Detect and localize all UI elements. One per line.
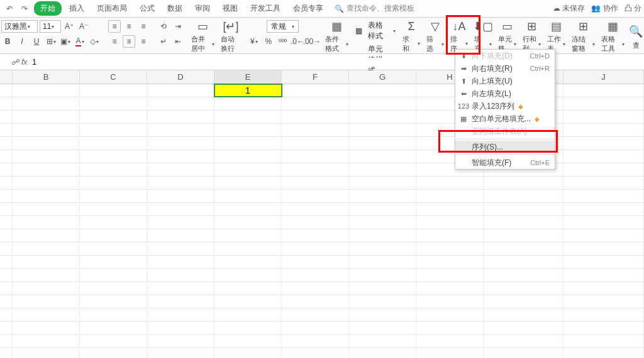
cell[interactable] — [564, 84, 644, 97]
cell[interactable] — [13, 269, 80, 281]
fill-menu-item[interactable]: 智能填充(F)Ctrl+E — [455, 156, 555, 169]
cell[interactable] — [214, 124, 282, 136]
cell[interactable] — [214, 137, 282, 149]
cell[interactable] — [564, 97, 644, 110]
cell[interactable] — [564, 203, 644, 215]
cell[interactable] — [13, 335, 80, 347]
currency-icon[interactable]: ¥▾ — [248, 35, 260, 48]
cell[interactable] — [282, 111, 349, 123]
tab-start[interactable]: 开始 — [34, 1, 62, 16]
find-button[interactable]: 🔍 查 — [628, 20, 644, 53]
col-header-C[interactable]: C — [80, 70, 147, 84]
cell[interactable] — [0, 124, 13, 136]
cell[interactable] — [13, 322, 80, 334]
cell[interactable] — [147, 308, 214, 321]
cell[interactable] — [13, 137, 80, 149]
cell[interactable] — [214, 322, 282, 334]
cell[interactable] — [214, 269, 282, 281]
col-header-G[interactable]: G — [349, 70, 416, 84]
cell[interactable] — [484, 203, 564, 215]
cell[interactable] — [0, 269, 13, 281]
cell[interactable] — [13, 176, 80, 189]
cell[interactable] — [0, 282, 13, 295]
cell[interactable] — [564, 229, 644, 242]
cell[interactable] — [214, 190, 282, 202]
decrease-decimal-icon[interactable]: .0← — [291, 35, 304, 48]
cell[interactable] — [214, 242, 282, 255]
wrap-text-icon[interactable]: ↵ — [157, 35, 170, 48]
font-size-combo[interactable]: 11▾ — [40, 20, 61, 33]
cell[interactable] — [13, 190, 80, 202]
cell[interactable] — [484, 176, 564, 189]
percent-icon[interactable]: % — [262, 35, 275, 48]
merge-center-button[interactable]: ▭ 合并居中▾ — [188, 20, 218, 53]
cell[interactable] — [80, 111, 147, 123]
number-format-combo[interactable]: 常规▾ — [267, 20, 299, 33]
increase-indent-icon[interactable]: ⇥ — [172, 20, 184, 33]
cell[interactable]: 1 — [214, 84, 282, 97]
cell[interactable] — [0, 84, 13, 97]
cell[interactable] — [147, 124, 214, 136]
cell[interactable] — [416, 269, 484, 281]
auto-wrap-button[interactable]: [↵] 自动换行 — [218, 20, 244, 53]
cell[interactable] — [564, 111, 644, 123]
cell[interactable] — [564, 163, 644, 176]
cell[interactable] — [416, 190, 484, 202]
cell[interactable] — [564, 269, 644, 281]
cell[interactable] — [349, 190, 416, 202]
cell[interactable] — [13, 216, 80, 229]
cell[interactable] — [0, 163, 13, 176]
cell[interactable] — [0, 97, 13, 110]
tab-layout[interactable]: 页面布局 — [92, 1, 132, 16]
undo-icon[interactable]: ↶ — [3, 2, 16, 16]
cell[interactable] — [147, 216, 214, 229]
cell[interactable] — [484, 216, 564, 229]
cell[interactable] — [147, 84, 214, 97]
cell[interactable] — [416, 176, 484, 189]
cell[interactable] — [349, 229, 416, 242]
cell[interactable] — [416, 203, 484, 215]
cell[interactable] — [13, 242, 80, 255]
col-header-B[interactable]: B — [13, 70, 80, 84]
cell[interactable] — [80, 295, 147, 308]
cell[interactable] — [214, 111, 282, 123]
cell[interactable] — [13, 308, 80, 321]
cell[interactable] — [564, 335, 644, 347]
cell[interactable] — [147, 322, 214, 334]
cell[interactable] — [147, 137, 214, 149]
cell[interactable] — [0, 348, 13, 358]
increase-font-icon[interactable]: A⁺ — [63, 20, 75, 33]
share-button[interactable]: 凸 分 — [625, 3, 641, 14]
cell[interactable] — [214, 282, 282, 295]
tab-insert[interactable]: 插入 — [64, 1, 89, 16]
filter-button[interactable]: ▽ 筛选▾ — [423, 20, 447, 53]
cell[interactable] — [214, 176, 282, 189]
cell[interactable] — [214, 308, 282, 321]
cell[interactable] — [282, 256, 349, 268]
cell[interactable] — [0, 229, 13, 242]
cell[interactable] — [484, 256, 564, 268]
cell[interactable] — [80, 242, 147, 255]
fill-menu-item[interactable]: 序列(S)... — [455, 141, 555, 153]
tab-formula[interactable]: 公式 — [135, 1, 160, 16]
cell[interactable] — [13, 229, 80, 242]
cond-format-button[interactable]: ▦ 条件格式▾ — [322, 20, 352, 53]
cell[interactable] — [282, 176, 349, 189]
collab-button[interactable]: 👥 协作 — [591, 3, 618, 14]
cell[interactable] — [80, 229, 147, 242]
cell[interactable] — [282, 242, 349, 255]
freeze-button[interactable]: ⊞ 冻结窗格▾ — [569, 20, 598, 53]
cell[interactable] — [80, 150, 147, 163]
cell[interactable] — [147, 203, 214, 215]
italic-icon[interactable]: I — [16, 35, 28, 48]
cell[interactable] — [416, 256, 484, 268]
table-style-button[interactable]: ▦ 表格样式▾ — [355, 20, 396, 41]
cell[interactable] — [80, 308, 147, 321]
cell[interactable] — [0, 335, 13, 347]
cell[interactable] — [147, 242, 214, 255]
cell[interactable] — [416, 216, 484, 229]
cell-format-button[interactable]: ▭ 单元格▾ — [495, 20, 519, 53]
cell[interactable] — [0, 322, 13, 334]
unsaved-indicator[interactable]: ☁ 未保存 — [553, 3, 585, 14]
cell[interactable] — [484, 229, 564, 242]
